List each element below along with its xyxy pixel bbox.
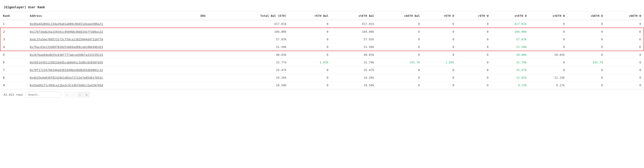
cell-reth-d: 0 bbox=[422, 51, 457, 59]
next-page-button[interactable]: › bbox=[77, 92, 82, 98]
cell-address[interactable]: 0xdc3fa56e70d5731f3cf59ca13825044d47310f… bbox=[27, 36, 198, 43]
cell-reth-bal: 0 bbox=[289, 36, 331, 43]
cell-steth-d: 31.79k bbox=[491, 59, 530, 66]
table-row: 80x4b25e4e839f02329e1d02a72722e7e85461f8… bbox=[0, 74, 644, 81]
cell-cbeth-d: 0 bbox=[568, 81, 606, 89]
address-link[interactable]: 0x59a661f1c999ca12ba3c9114bfdd81c5a42070… bbox=[30, 83, 103, 87]
cell-steth-w: 0 bbox=[530, 59, 568, 66]
cell-address[interactable]: 0xd9a442856c234a39a81a089c06451ebaa4306a… bbox=[27, 20, 198, 28]
cell-cbeth-d: 0 bbox=[568, 36, 606, 43]
cell-steth-d: 51.50k bbox=[491, 43, 530, 51]
cell-steth-bal: 104.00k bbox=[331, 28, 377, 36]
table-row: 40x79ac43e133d897828dfe869ad68cadc08e94b… bbox=[0, 43, 644, 51]
row-count: 42,422 rows bbox=[4, 93, 23, 96]
cell-address[interactable]: 0x59514391133821b9d5cab6b91c3a9bc02038fb… bbox=[27, 59, 198, 66]
cell-reth-d: 0 bbox=[422, 20, 457, 28]
cell-rank: 9 bbox=[0, 81, 27, 89]
cell-reth-bal: 0 bbox=[289, 51, 331, 59]
cell-steth-w: 9.27k bbox=[530, 81, 568, 89]
cell-cbeth-bal: 0 bbox=[377, 74, 422, 81]
cell-steth-w: 0 bbox=[530, 43, 568, 51]
cell-total-bal: 24.26k bbox=[220, 74, 289, 81]
col-reth-w: rETH W bbox=[457, 12, 491, 20]
address-link[interactable]: 0xd9a442856c234a39a81a089c06451ebaa4306a… bbox=[30, 22, 103, 26]
address-link[interactable]: 0x79ac43e133d897828dfe869ad68cadc08e94b1… bbox=[30, 45, 103, 49]
col-reth-d: rETH D bbox=[422, 12, 457, 20]
cell-total-bal: 33.77k bbox=[220, 59, 289, 66]
cell-steth-d: 104.00k bbox=[491, 28, 530, 36]
cell-reth-bal: 0 bbox=[289, 28, 331, 36]
cell-cbeth-bal: 0 bbox=[377, 66, 422, 74]
address-link[interactable]: 0x4b25e4e839f02329e1d02a72722e7e85461f85… bbox=[30, 76, 103, 79]
table-container: Rank Address ENS Total Bal (ETH) rETH Ba… bbox=[0, 12, 644, 89]
cell-reth-bal: 0 bbox=[289, 74, 331, 81]
search-input[interactable] bbox=[26, 92, 61, 98]
cell-ens bbox=[198, 28, 220, 36]
cell-cbeth-bal: 0 bbox=[377, 20, 422, 28]
table-row: 30xdc3fa56e70d5731f3cf59ca13825044d47310… bbox=[0, 36, 644, 43]
col-address: Address bbox=[27, 12, 198, 20]
cell-reth-w: 0 bbox=[457, 28, 491, 36]
cell-cbeth-w: 0 bbox=[606, 51, 644, 59]
last-page-button[interactable]: » bbox=[84, 92, 90, 98]
cell-reth-w: 0 bbox=[457, 74, 491, 81]
col-cbeth-w: cbETH W bbox=[606, 12, 644, 20]
cell-steth-bal: 40.03k bbox=[331, 51, 377, 59]
cell-cbeth-bal: 0 bbox=[377, 81, 422, 89]
cell-ens bbox=[198, 66, 220, 74]
prev-page-button[interactable]: ‹ bbox=[71, 92, 76, 98]
cell-steth-w: 12.24k bbox=[530, 74, 568, 81]
cell-address[interactable]: 0x79f17234746344e0365d40be50d8d43db9082c… bbox=[27, 66, 198, 74]
address-link[interactable]: 0x176f3dab24a159341c0509bb36b833e7fdd0a1… bbox=[30, 30, 103, 33]
cell-total-bal: 18.50k bbox=[220, 81, 289, 89]
table-row: 90x59a661f1c999ca12ba3c9114bfdd81c5a4207… bbox=[0, 81, 644, 89]
cell-cbeth-d: 0 bbox=[568, 66, 606, 74]
cell-rank: 2 bbox=[0, 28, 27, 36]
cell-cbeth-d: 0 bbox=[568, 20, 606, 28]
cell-address[interactable]: 0x59a661f1c999ca12ba3c9114bfdd81c5a42070… bbox=[27, 81, 198, 89]
cell-rank: 1 bbox=[0, 20, 27, 28]
cell-steth-d: 12.02k bbox=[491, 74, 530, 81]
table-body: 10xd9a442856c234a39a81a089c06451ebaa4306… bbox=[0, 20, 644, 89]
cell-steth-w: 20.03k bbox=[530, 51, 568, 59]
page-wrapper: [Eigenlayer] User Rank Rank Address ENS … bbox=[0, 0, 644, 168]
cell-rank: 4 bbox=[0, 43, 27, 51]
table-row: 50x267bae6dedb55c636f777abced30b7a333339… bbox=[0, 51, 644, 59]
address-link[interactable]: 0x59514391133821b9d5cab6b91c3a9bc02038fb… bbox=[30, 61, 103, 64]
table-row: 10xd9a442856c234a39a81a089c06451ebaa4306… bbox=[0, 20, 644, 28]
address-link[interactable]: 0x267bae6dedb55c636f777abced30b7a3333391… bbox=[30, 53, 103, 56]
cell-steth-d: 9.23k bbox=[491, 81, 530, 89]
cell-cbeth-w: 0 bbox=[606, 28, 644, 36]
cell-cbeth-w: 0 bbox=[606, 20, 644, 28]
cell-reth-d: 0 bbox=[422, 81, 457, 89]
col-steth-d: stETH D bbox=[491, 12, 530, 20]
col-ens: ENS bbox=[198, 12, 220, 20]
address-link[interactable]: 0xdc3fa56e70d5731f3cf59ca13825044d47310f… bbox=[30, 38, 103, 41]
cell-rank: 6 bbox=[0, 59, 27, 66]
cell-address[interactable]: 0x176f3dab24a159341c0509bb36b833e7fdd0a1… bbox=[27, 28, 198, 36]
cell-address[interactable]: 0x79ac43e133d897828dfe869ad68cadc08e94b1… bbox=[27, 43, 198, 51]
col-steth-w: stETH W bbox=[530, 12, 568, 20]
cell-reth-d: 0 bbox=[422, 66, 457, 74]
cell-steth-w: 0 bbox=[530, 28, 568, 36]
pagination-controls: « ‹ › » bbox=[64, 92, 90, 98]
first-page-button[interactable]: « bbox=[64, 92, 70, 98]
cell-total-bal: 25.47k bbox=[220, 66, 289, 74]
cell-ens bbox=[198, 81, 220, 89]
cell-steth-bal: 57.83k bbox=[331, 36, 377, 43]
cell-steth-bal: 417.01k bbox=[331, 20, 377, 28]
cell-ens bbox=[198, 59, 220, 66]
col-steth-bal: stETH Bal bbox=[331, 12, 377, 20]
cell-cbeth-d: 0 bbox=[568, 43, 606, 51]
cell-ens bbox=[198, 74, 220, 81]
col-reth-bal: rETH Bal bbox=[289, 12, 331, 20]
table-row: 70x79f17234746344e0365d40be50d8d43db9082… bbox=[0, 66, 644, 74]
cell-cbeth-w: 0 bbox=[606, 81, 644, 89]
cell-steth-d: 20.00k bbox=[491, 51, 530, 59]
cell-reth-bal: 0 bbox=[289, 20, 331, 28]
cell-address[interactable]: 0x4b25e4e839f02329e1d02a72722e7e85461f85… bbox=[27, 74, 198, 81]
col-cbeth-bal: cbETH Bal bbox=[377, 12, 422, 20]
cell-address[interactable]: 0x267bae6dedb55c636f777abced30b7a3333391… bbox=[27, 51, 198, 59]
cell-reth-bal: 0 bbox=[289, 81, 331, 89]
address-link[interactable]: 0x79f17234746344e0365d40be50d8d43db9082c… bbox=[30, 68, 103, 72]
